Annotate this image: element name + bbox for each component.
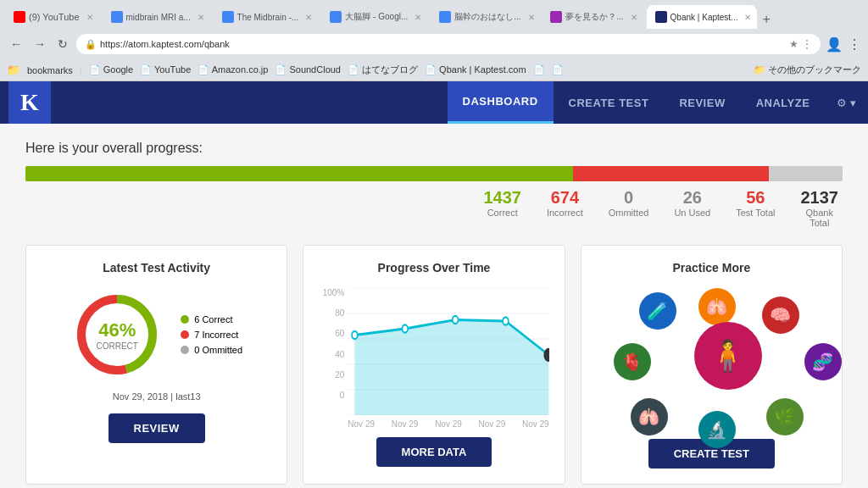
organ-icon-dna: 🫀 — [614, 343, 651, 380]
center-body: 🧍 — [694, 322, 762, 390]
leaf-icon: 🌿 — [774, 407, 795, 427]
reload-button[interactable]: ↻ — [54, 36, 71, 53]
back-button[interactable]: ← — [7, 36, 25, 53]
x-label-5: Nov 29 — [522, 419, 549, 429]
stat-unused-label: Un Used — [674, 208, 710, 218]
bar-incorrect — [573, 166, 769, 181]
cards-row: Latest Test Activity 46% — [25, 245, 843, 485]
new-tab-button[interactable]: + — [758, 10, 776, 29]
dot-4 — [503, 317, 509, 324]
tab-yume-close[interactable]: ✕ — [631, 13, 637, 22]
address-text: https://atom.kaptest.com/qbank — [100, 39, 230, 49]
app-header: K DASHBOARD CREATE TEST REVIEW ANALYZE ⚙… — [0, 81, 868, 124]
stat-test-total-value: 56 — [736, 188, 775, 208]
bookmark-youtube[interactable]: 📄 YouTube — [140, 64, 191, 75]
card-latest-test: Latest Test Activity 46% — [25, 245, 287, 485]
tab-qbank[interactable]: Qbank | Kaptest... ✕ — [647, 5, 757, 29]
progress-bar — [25, 166, 843, 181]
stomach-icon: 🫁 — [706, 297, 727, 317]
qbank-favicon — [655, 11, 667, 23]
tab-noustem-close[interactable]: ✕ — [528, 13, 535, 22]
legend-correct-label: 6 Correct — [194, 314, 232, 324]
bookmark-soundcloud[interactable]: 📄 SoundCloud — [275, 64, 341, 75]
practice-area: 🧪 🫁 🧠 🧍 🫀 — [597, 288, 826, 432]
bookmark-qbank[interactable]: 📄 Qbank | Kaptest.com — [425, 64, 526, 75]
tab-midbrain2[interactable]: The Midbrain -... ✕ — [214, 5, 321, 29]
stat-qbank-total-value: 2137 — [801, 188, 839, 208]
legend-correct: 6 Correct — [181, 314, 242, 324]
donut-center: 46% CORRECT — [97, 319, 138, 351]
review-button[interactable]: REVIEW — [108, 413, 205, 443]
chart-area — [355, 320, 549, 416]
stat-unused: 26 Un Used — [674, 188, 710, 228]
lungs-icon: 🫁 — [638, 407, 659, 427]
stat-ommitted: 0 Ommitted — [609, 188, 649, 228]
youtube-favicon — [14, 11, 25, 23]
forward-button[interactable]: → — [31, 36, 49, 53]
bookmark-bookmarks[interactable]: bookmarks — [27, 65, 73, 75]
tab-youtube-close[interactable]: ✕ — [86, 13, 93, 22]
noustem-favicon — [439, 11, 451, 23]
address-bar-row: ← → ↻ 🔒 https://atom.kaptest.com/qbank ★… — [0, 29, 868, 59]
tab-midbrain1[interactable]: midbrain MRI a... ✕ — [103, 5, 213, 29]
legend-incorrect: 7 Incorrect — [181, 330, 242, 340]
tab-midbrain1-close[interactable]: ✕ — [198, 13, 204, 22]
bar-correct — [25, 166, 573, 181]
progress-chart-title: Progress Over Time — [319, 261, 548, 274]
nav-review[interactable]: REVIEW — [664, 81, 740, 124]
donut-area: 46% CORRECT 6 Correct 7 Incorrect — [42, 288, 271, 381]
nav-links: DASHBOARD CREATE TEST REVIEW ANALYZE ⚙ ▾ — [448, 81, 868, 124]
nav-create-test[interactable]: CREATE TEST — [554, 81, 665, 124]
nav-analyze[interactable]: ANALYZE — [741, 81, 826, 124]
chart-container: 100% 80 60 40 20 0 — [319, 288, 548, 430]
legend-ommitted-dot — [181, 346, 189, 354]
tab-youtube-label: (9) YouTube — [29, 12, 80, 22]
y-label-60: 60 — [319, 329, 344, 338]
bookmark-file2[interactable]: 📄 — [552, 64, 564, 75]
legend-ommitted: 0 Ommitted — [181, 345, 242, 355]
tab-google[interactable]: 大脳脚 - Googl... ✕ — [321, 5, 430, 29]
tab-qbank-close[interactable]: ✕ — [744, 13, 751, 22]
practice-title: Practice More — [597, 261, 826, 274]
tab-midbrain2-close[interactable]: ✕ — [305, 13, 312, 22]
organ-icon-stomach: 🫁 — [698, 288, 736, 325]
tab-youtube[interactable]: (9) YouTube ✕ — [5, 5, 102, 29]
bookmark-google[interactable]: 📄 Google — [89, 64, 134, 75]
organ-icons-container: 🧪 🫁 🧠 🧍 🫀 — [597, 288, 826, 432]
stat-qbank-total-label: QbankTotal — [801, 208, 839, 228]
y-label-0: 0 — [319, 391, 344, 400]
stat-incorrect-label: Incorrect — [547, 208, 583, 218]
settings-button[interactable]: ⚙ ▾ — [825, 97, 868, 109]
tab-google-label: 大脳脚 - Googl... — [345, 11, 408, 23]
dna-icon: 🫀 — [621, 352, 643, 372]
more-data-button[interactable]: MORE DATA — [376, 437, 492, 467]
molecule-icon: 🧬 — [812, 352, 833, 372]
stat-incorrect-value: 674 — [547, 188, 583, 208]
tab-yume[interactable]: 夢を見るか？... ✕ — [542, 5, 645, 29]
bookmark-amazon[interactable]: 📄 Amazon.co.jp — [198, 64, 268, 75]
midbrain1-favicon — [111, 11, 123, 23]
organ-icon-leaf: 🌿 — [766, 398, 804, 435]
progress-title: Here is your overall progress: — [25, 141, 843, 156]
tab-noustem-label: 脳幹のおはなし... — [454, 11, 520, 23]
stat-correct: 1437 Correct — [483, 188, 521, 228]
other-bookmarks[interactable]: 📁 その他のブックマーク — [754, 64, 861, 76]
legend-incorrect-dot — [181, 330, 189, 339]
body-icon: 🧍 — [709, 338, 747, 374]
menu-icon[interactable]: ⋮ — [848, 36, 861, 53]
yume-favicon — [550, 11, 562, 23]
organ-icon-flask: 🧪 — [639, 292, 676, 330]
tab-noustem[interactable]: 脳幹のおはなし... ✕ — [431, 5, 541, 29]
bookmark-file1[interactable]: 📄 — [533, 64, 545, 75]
profile-icon[interactable]: 👤 — [826, 36, 843, 53]
tab-google-close[interactable]: ✕ — [415, 13, 421, 22]
bookmark-hatena[interactable]: 📄 はてなブログ — [348, 64, 418, 76]
donut-label: CORRECT — [97, 341, 138, 351]
tab-yume-label: 夢を見るか？... — [565, 11, 623, 23]
address-bar[interactable]: 🔒 https://atom.kaptest.com/qbank ★ ⋮ — [76, 34, 821, 54]
card-progress-chart: Progress Over Time 100% 80 60 40 20 0 — [303, 245, 565, 485]
x-label-4: Nov 29 — [479, 419, 506, 429]
x-label-2: Nov 29 — [392, 419, 419, 429]
donut-percentage: 46% — [97, 319, 138, 341]
nav-dashboard[interactable]: DASHBOARD — [448, 81, 554, 124]
